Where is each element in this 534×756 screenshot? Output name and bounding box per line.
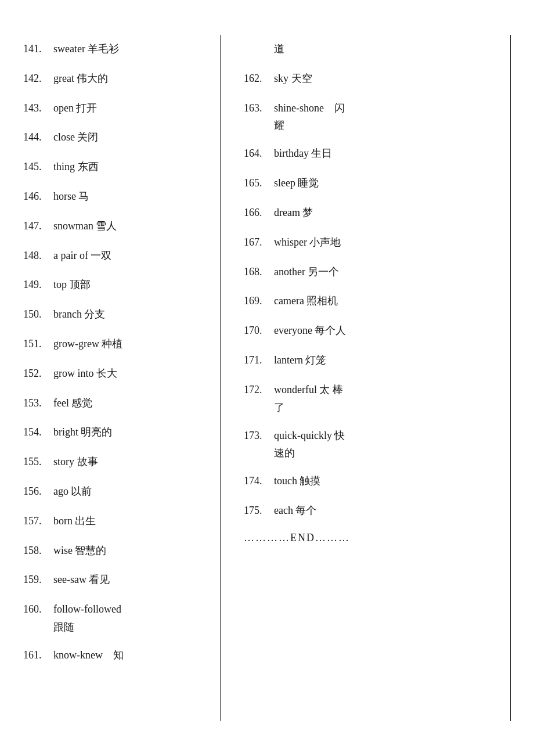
item-number: 174. [244,473,274,489]
list-item: 160. follow-followed [23,601,208,618]
item-number: 163. [244,100,274,117]
list-item: 143. open 打开 [23,100,208,117]
list-item: 161. know-knew 知 [23,647,208,664]
item-number: 165. [244,175,274,192]
item-text: touch 触摸 [274,473,321,489]
item-number: 175. [244,502,274,519]
item-number: 143. [23,100,53,117]
item-text: a pair of 一双 [53,247,111,264]
list-item: 169. camera 照相机 [244,293,499,309]
list-item-continuation: 跟随 [23,620,208,634]
item-number: 164. [244,145,274,162]
item-text: bright 明亮的 [53,424,113,441]
item-text: born 出生 [53,513,96,530]
list-item: 156. ago 以前 [23,483,208,500]
list-item: 147. snowman 雪人 [23,218,208,235]
item-number: 142. [23,70,53,87]
item-number: 144. [23,129,53,146]
item-number: 146. [23,188,53,205]
list-item: 171. lantern 灯笼 [244,352,499,369]
list-item: 142. great 伟大的 [23,70,208,87]
list-item: 157. born 出生 [23,513,208,530]
list-item: 173. quick-quickly 快 [244,427,499,444]
list-item: 149. top 顶部 [23,276,208,293]
item-text: thing 东西 [53,159,99,175]
item-number: 167. [244,234,274,251]
item-number: 171. [244,352,274,369]
list-item: 174. touch 触摸 [244,473,499,489]
item-number: 156. [23,483,53,500]
item-text: grow into 长大 [53,365,117,382]
list-item: 152. grow into 长大 [23,365,208,382]
item-text: branch 分支 [53,306,105,323]
item-text: snowman 雪人 [53,218,117,235]
item-number: 169. [244,293,274,309]
list-item: 141. sweater 羊毛衫 [23,41,208,57]
list-item: 155. story 故事 [23,453,208,470]
list-item: 167. whisper 小声地 [244,234,499,251]
item-number: 158. [23,542,53,559]
item-text: horse 马 [53,188,89,205]
item-text: see-saw 看见 [53,571,110,588]
item-text: shine-shone 闪 [274,100,345,117]
item-number: 173. [244,427,274,444]
item-text: story 故事 [53,453,98,470]
list-item: 151. grow-grew 种植 [23,336,208,352]
list-item-continuation: 了 [244,401,499,415]
item-text: whisper 小声地 [274,234,341,251]
item-text: feel 感觉 [53,395,92,412]
item-number: 149. [23,276,53,293]
item-text: each 每个 [274,502,316,519]
item-number: 161. [23,647,53,664]
list-item: 153. feel 感觉 [23,395,208,412]
right-column: 道 162. sky 天空 163. shine-shone 闪 耀 164. … [221,35,511,721]
item-text: wise 智慧的 [53,542,107,559]
item-number: 153. [23,395,53,412]
item-number: 162. [244,70,274,87]
item-text: dream 梦 [274,204,313,221]
item-number: 141. [23,41,53,57]
item-text: open 打开 [53,100,98,117]
item-text: follow-followed [53,601,121,618]
item-text: another 另一个 [274,264,339,280]
list-item: 158. wise 智慧的 [23,542,208,559]
list-item: 172. wonderful 太 棒 [244,381,499,398]
item-text: close 关闭 [53,129,98,146]
item-text: know-knew 知 [53,647,124,664]
list-item: 146. horse 马 [23,188,208,205]
item-text: top 顶部 [53,276,91,293]
item-number: 168. [244,264,274,280]
item-text: lantern 灯笼 [274,352,326,369]
list-item: 154. bright 明亮的 [23,424,208,441]
item-number: 159. [23,571,53,588]
list-item: 168. another 另一个 [244,264,499,280]
item-number: 148. [23,247,53,264]
list-item: 175. each 每个 [244,502,499,519]
list-item-continuation: 速的 [244,446,499,460]
item-text: sleep 睡觉 [274,175,319,192]
list-item: 159. see-saw 看见 [23,571,208,588]
list-item-continuation: 耀 [244,118,499,132]
list-item: 148. a pair of 一双 [23,247,208,264]
list-item: 144. close 关闭 [23,129,208,146]
item-number: 157. [23,513,53,530]
item-text: quick-quickly 快 [274,427,345,444]
item-number: 152. [23,365,53,382]
list-item: 170. everyone 每个人 [244,322,499,339]
item-text: sky 天空 [274,70,312,87]
item-number: 170. [244,322,274,339]
item-text: wonderful 太 棒 [274,381,343,398]
list-item: 164. birthday 生日 [244,145,499,162]
end-text: …………END……… [244,532,499,544]
item-text: grow-grew 种植 [53,336,122,352]
item-number: 172. [244,381,274,398]
item-number: 155. [23,453,53,470]
item-number: 145. [23,159,53,175]
left-column: 141. sweater 羊毛衫 142. great 伟大的 143. ope… [23,35,221,721]
item-text: camera 照相机 [274,293,338,309]
item-text: birthday 生日 [274,145,333,162]
item-number: 154. [23,424,53,441]
page-container: 141. sweater 羊毛衫 142. great 伟大的 143. ope… [0,0,534,756]
item-number: 147. [23,218,53,235]
item-number: 150. [23,306,53,323]
